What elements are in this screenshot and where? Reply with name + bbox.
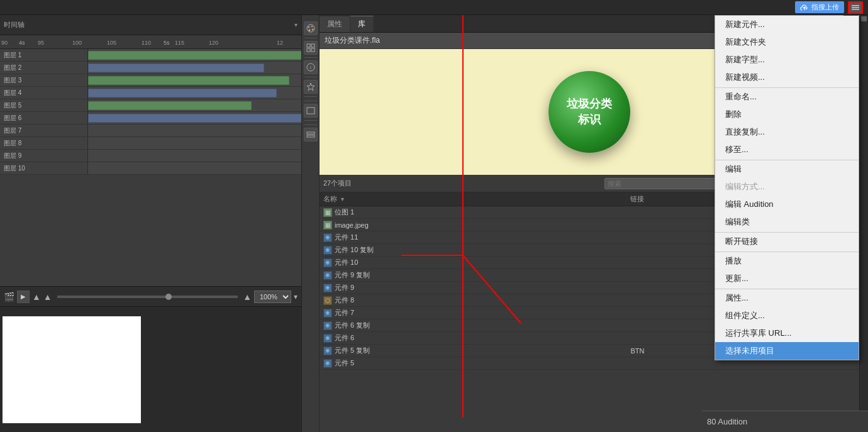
tool-layers-btn[interactable] xyxy=(304,128,318,141)
star-icon xyxy=(306,82,315,91)
svg-rect-16 xyxy=(307,132,314,134)
menu-item-run-shared[interactable]: 运行共享库 URL... xyxy=(715,324,859,342)
item-name: ❋ 元件 5 xyxy=(320,358,626,368)
play-button[interactable]: ▶ xyxy=(17,291,30,303)
playhead-handle[interactable] xyxy=(165,294,172,300)
collapse-icon[interactable]: ▾ xyxy=(294,21,298,28)
cloud-upload-button[interactable]: 指搜上传 xyxy=(795,1,844,13)
menu-item-component-def[interactable]: 组件定义... xyxy=(715,307,859,324)
preview-text-line2: 标识 xyxy=(578,112,601,128)
track-row-3: 图层 3 xyxy=(0,74,301,87)
menu-item-properties[interactable]: 属性... xyxy=(715,289,859,307)
item-name: ❋ 元件 11 xyxy=(320,233,626,242)
zoom-select[interactable]: 100% xyxy=(254,291,291,303)
menu-item-delete[interactable]: 删除 xyxy=(715,106,859,123)
timeline-ruler: 4s 5s 90 95 100 105 110 115 120 12 xyxy=(0,35,301,49)
menu-item-update[interactable]: 更新... xyxy=(715,270,859,287)
tool-sep-4 xyxy=(304,96,317,97)
menu-item-move-to[interactable]: 移至... xyxy=(715,141,859,158)
library-menu-button[interactable] xyxy=(849,3,862,13)
item-name: ❋ 元件 5 复制 xyxy=(320,346,626,355)
item-name: ▦ 位图 1 xyxy=(320,208,626,217)
tab-library[interactable]: 库 xyxy=(350,16,374,32)
layers-icon xyxy=(306,130,315,139)
palette-icon xyxy=(306,24,315,33)
tool-star-btn[interactable] xyxy=(304,80,318,94)
track-row-10: 图层 10 xyxy=(0,162,301,175)
track-content-4[interactable] xyxy=(88,87,301,99)
info-icon: i xyxy=(306,63,315,72)
track-content-10[interactable] xyxy=(88,162,301,174)
timeline-label: 时间轴 xyxy=(4,20,25,30)
sort-icon: ▼ xyxy=(340,196,345,202)
track-row-2: 图层 2 xyxy=(0,62,301,74)
item-name: ❋ 元件 9 复制 xyxy=(320,270,626,280)
item-count: 27个项目 xyxy=(323,179,352,188)
tool-rect-btn[interactable] xyxy=(304,104,318,118)
svg-rect-15 xyxy=(307,108,314,114)
menu-item-new-folder[interactable]: 新建文件夹 xyxy=(715,33,859,51)
menu-item-edit-audition[interactable]: 编辑 Audition xyxy=(715,196,859,213)
col-header-name: 名称 ▼ xyxy=(320,192,626,206)
timeline-panel: 时间轴 ▾ 4s 5s 90 95 100 105 110 115 120 1 xyxy=(0,15,302,432)
hamburger-icon xyxy=(851,4,860,11)
ruler-n115: 115 xyxy=(175,40,184,46)
audition-annotation-text: 80 Audition xyxy=(707,417,747,426)
item-symbol-icon: ⬡ xyxy=(323,296,332,305)
track-content-1[interactable] xyxy=(88,49,301,61)
menu-item-new-video[interactable]: 新建视频... xyxy=(715,69,859,86)
onion-range-icon: ▲ xyxy=(43,292,52,302)
track-content-8[interactable] xyxy=(88,137,301,149)
tool-sep-3 xyxy=(304,77,317,77)
menu-item-play[interactable]: 播放 xyxy=(715,252,859,270)
filename-label: 垃圾分类课件.fla xyxy=(325,35,380,46)
track-label-3: 图层 3 xyxy=(0,74,88,86)
svg-point-4 xyxy=(308,26,309,28)
track-content-2[interactable] xyxy=(88,62,301,74)
svg-rect-2 xyxy=(852,9,859,10)
track-row-5: 图层 5 xyxy=(0,99,301,112)
item-name: ▦ image.jpeg xyxy=(320,221,626,230)
tool-grid-btn[interactable] xyxy=(304,41,318,55)
cloud-icon xyxy=(800,4,809,11)
scrollbar-thumb[interactable] xyxy=(861,16,867,21)
menu-item-new-element[interactable]: 新建元件... xyxy=(715,16,859,33)
track-block-2 xyxy=(88,64,264,72)
track-label-10: 图层 10 xyxy=(0,162,88,174)
menu-item-disconnect[interactable]: 断开链接 xyxy=(715,232,859,250)
menu-item-edit[interactable]: 编辑 xyxy=(715,160,859,178)
menu-item-rename[interactable]: 重命名... xyxy=(715,87,859,106)
item-name: ❋ 元件 6 复制 xyxy=(320,321,626,330)
rect-icon xyxy=(306,106,315,115)
item-mc-icon: ❋ xyxy=(323,271,332,280)
right-scrollbar[interactable] xyxy=(859,15,868,432)
menu-item-edit-class[interactable]: 编辑类 xyxy=(715,213,859,231)
menu-item-select-unused[interactable]: 选择未用项目 xyxy=(715,342,859,360)
track-content-9[interactable] xyxy=(88,150,301,162)
zoom-dropdown-icon[interactable]: ▾ xyxy=(294,292,298,301)
tool-palette-btn[interactable] xyxy=(304,21,318,35)
tab-properties[interactable]: 属性 xyxy=(320,16,350,32)
track-block-4 xyxy=(88,89,277,97)
preview-text-line1: 垃圾分类 xyxy=(567,96,612,112)
timeline-header: 时间轴 ▾ xyxy=(0,15,301,35)
item-mc-icon: ❋ xyxy=(323,309,332,318)
track-content-6[interactable] xyxy=(88,112,301,124)
svg-rect-0 xyxy=(852,5,859,6)
item-name: ❋ 元件 6 xyxy=(320,333,626,343)
tool-sep-5 xyxy=(304,101,317,101)
track-content-5[interactable] xyxy=(88,99,301,111)
grid-icon xyxy=(306,43,315,52)
camera-icon: 🎬 xyxy=(4,292,14,302)
item-mc-icon: ❋ xyxy=(323,334,332,343)
menu-item-direct-copy[interactable]: 直接复制... xyxy=(715,123,859,141)
track-content-7[interactable] xyxy=(88,125,301,136)
ruler-n105: 105 xyxy=(107,40,116,46)
track-content-3[interactable] xyxy=(88,74,301,86)
item-name: ❋ 元件 9 xyxy=(320,283,626,292)
playhead-scrubber[interactable] xyxy=(57,296,238,298)
menu-item-new-type[interactable]: 新建字型... xyxy=(715,51,859,69)
stage-canvas xyxy=(3,316,141,423)
tool-info-btn[interactable]: i xyxy=(304,60,318,74)
svg-point-5 xyxy=(311,26,313,28)
